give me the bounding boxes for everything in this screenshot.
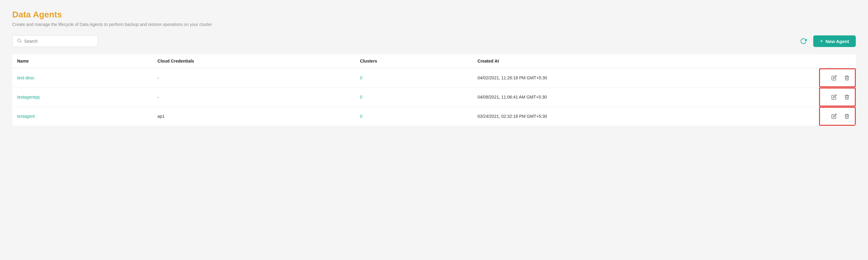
cluster-count: 0 [360,75,363,80]
plus-icon: + [820,38,823,44]
refresh-icon [800,38,807,44]
edit-button[interactable] [830,93,838,101]
cell-clusters: 0 [355,87,472,107]
cell-actions [819,87,856,107]
delete-button[interactable] [843,112,851,120]
toolbar-right: + New Agent [798,35,856,47]
search-input[interactable] [24,39,93,44]
cell-created-at: 03/24/2021, 02:32:18 PM GMT+5:30 [472,107,819,126]
edit-icon [831,114,837,119]
table-row: testagentap1003/24/2021, 02:32:18 PM GMT… [12,107,856,126]
table-row: testagentqq-004/08/2021, 11:06:41 AM GMT… [12,87,856,107]
search-icon [17,38,22,44]
toolbar: + New Agent [12,35,856,47]
cell-clusters: 0 [355,68,472,87]
col-name: Name [12,54,153,68]
col-cloud-credentials: Cloud Credentials [153,54,355,68]
page-subtitle: Create and manage the lifecycle of Data … [12,22,856,27]
edit-button[interactable] [830,112,838,120]
delete-button[interactable] [843,93,851,101]
new-agent-button[interactable]: + New Agent [813,35,856,47]
delete-icon [844,94,850,100]
cell-name: testagentqq [12,87,153,107]
delete-icon [844,75,850,81]
delete-button[interactable] [843,74,851,82]
col-created-at: Created At [472,54,819,68]
cell-created-at: 04/02/2021, 11:26:18 PM GMT+5:30 [472,68,819,87]
new-agent-label: New Agent [826,39,849,44]
cluster-count: 0 [360,114,363,119]
agent-name-link[interactable]: testagent [17,114,35,119]
col-actions [819,54,856,68]
delete-icon [844,114,850,119]
cell-created-at: 04/08/2021, 11:06:41 AM GMT+5:30 [472,87,819,107]
refresh-button[interactable] [798,36,809,47]
table-header-row: Name Cloud Credentials Clusters Created … [12,54,856,68]
agents-table: Name Cloud Credentials Clusters Created … [12,54,856,126]
cluster-count: 0 [360,95,363,100]
cell-cloud-credentials: - [153,68,355,87]
cell-actions [819,107,856,126]
cell-actions [819,68,856,87]
svg-point-0 [18,39,21,42]
edit-button[interactable] [830,74,838,82]
agent-name-link[interactable]: testagentqq [17,95,39,100]
table-row: test-desc-004/02/2021, 11:26:18 PM GMT+5… [12,68,856,87]
cell-cloud-credentials: - [153,87,355,107]
svg-line-1 [20,41,21,42]
agent-name-link[interactable]: test-desc [17,75,35,80]
cell-clusters: 0 [355,107,472,126]
page-title: Data Agents [12,10,856,20]
col-clusters: Clusters [355,54,472,68]
cell-name: testagent [12,107,153,126]
cell-cloud-credentials: ap1 [153,107,355,126]
edit-icon [831,75,837,81]
cell-name: test-desc [12,68,153,87]
edit-icon [831,94,837,100]
search-box [12,35,98,47]
